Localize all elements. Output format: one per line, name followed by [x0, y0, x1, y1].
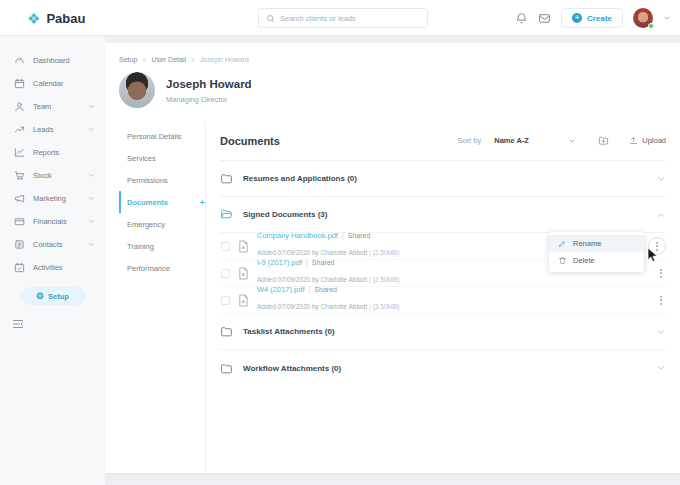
- calendar-icon: [14, 78, 25, 89]
- reports-icon: [14, 147, 25, 158]
- messages-envelope-icon[interactable]: [538, 12, 551, 25]
- chevron-down-icon: [88, 126, 95, 133]
- breadcrumb-setup[interactable]: Setup: [119, 56, 137, 63]
- subnav-label: Performance: [127, 264, 170, 273]
- folder-row-workflow[interactable]: Workflow Attachments (0): [220, 350, 666, 386]
- chevron-down-icon: [88, 172, 95, 179]
- upload-button[interactable]: Upload: [629, 136, 666, 145]
- menu-item-rename[interactable]: Rename: [549, 235, 644, 252]
- folder-row-resumes[interactable]: Resumes and Applications (0): [220, 161, 666, 197]
- file-checkbox[interactable]: [221, 296, 230, 305]
- chevron-down-icon: [88, 195, 95, 202]
- file-name-link[interactable]: Company Handbook.pdf: [257, 231, 338, 241]
- file-info: W4 (2017).pdf | Shared Added 07/09/2020 …: [257, 285, 399, 316]
- search-input[interactable]: [280, 14, 420, 23]
- file-actions-menu-button[interactable]: [656, 293, 666, 308]
- financials-icon: [14, 216, 25, 227]
- notifications-bell-icon[interactable]: [515, 12, 528, 25]
- sidebar-item-team[interactable]: Team: [0, 95, 105, 118]
- breadcrumb-user-detail[interactable]: User Detail: [151, 56, 186, 63]
- sidebar-item-activities[interactable]: Activities: [0, 256, 105, 279]
- stock-icon: [14, 170, 25, 181]
- employee-avatar: [119, 72, 155, 108]
- page-title: Documents: [220, 135, 280, 147]
- employee-name: Joseph Howard: [166, 78, 252, 90]
- sidebar-item-reports[interactable]: Reports: [0, 141, 105, 164]
- sidebar-item-leads[interactable]: Leads: [0, 118, 105, 141]
- file-actions-menu-button[interactable]: [656, 266, 666, 281]
- subnav-label: Services: [127, 154, 156, 163]
- file-checkbox[interactable]: [221, 269, 230, 278]
- sidebar-item-setup[interactable]: ⚙ Setup: [20, 287, 86, 305]
- sidebar-label: Stock: [33, 171, 80, 180]
- sidebar-item-financials[interactable]: Financials: [0, 210, 105, 233]
- brand: ❖ Pabau: [27, 0, 85, 36]
- subnav-emergency[interactable]: Emergency: [119, 213, 207, 235]
- profile-chevron-down-icon[interactable]: [663, 14, 671, 22]
- file-meta: Added 07/09/2020 by Charlotte Abbott | (…: [257, 249, 399, 256]
- sidebar-label: Dashboard: [33, 56, 95, 65]
- subnav-label: Personal Details: [127, 132, 182, 141]
- pdf-file-icon: [238, 240, 249, 253]
- sidebar-item-contacts[interactable]: Contacts: [0, 233, 105, 256]
- sidebar-item-stock[interactable]: Stock: [0, 164, 105, 187]
- sidebar-label: Contacts: [33, 240, 80, 249]
- subnav-performance[interactable]: Performance: [119, 257, 207, 279]
- subnav-label: Permissions: [127, 176, 168, 185]
- file-actions-menu-button-active[interactable]: [648, 237, 666, 255]
- global-search[interactable]: [258, 8, 428, 28]
- subnav-permissions[interactable]: Permissions: [119, 169, 207, 191]
- shared-badge: Shared: [348, 231, 371, 240]
- pdf-file-icon: [238, 294, 249, 307]
- separator: |: [306, 258, 308, 267]
- menu-item-delete[interactable]: Delete: [549, 252, 644, 269]
- pabau-logo-icon: ❖: [27, 11, 40, 26]
- subnav-label: Training: [127, 242, 154, 251]
- file-name-link[interactable]: I-9 (2017).pdf: [257, 258, 302, 268]
- subnav-label: Documents: [127, 198, 168, 207]
- subnav-personal-details[interactable]: Personal Details: [119, 125, 207, 147]
- activities-icon: [14, 262, 25, 273]
- subnav-services[interactable]: Services: [119, 147, 207, 169]
- breadcrumb-separator: >: [142, 56, 146, 63]
- chevron-down-icon[interactable]: [656, 327, 666, 337]
- file-checkbox[interactable]: [221, 242, 230, 251]
- file-row-w4: W4 (2017).pdf | Shared Added 07/09/2020 …: [220, 287, 666, 314]
- team-icon: [14, 101, 25, 112]
- folder-row-tasklist[interactable]: Tasklist Attachments (0): [220, 314, 666, 350]
- folder-icon: [220, 362, 233, 375]
- folder-icon: [220, 172, 233, 185]
- subnav-training[interactable]: Training: [119, 235, 207, 257]
- sort-dropdown[interactable]: Name A-Z: [494, 136, 576, 145]
- chevron-down-icon[interactable]: [656, 363, 666, 373]
- shared-badge: Shared: [312, 258, 335, 267]
- subnav-documents[interactable]: Documents +: [119, 191, 207, 213]
- file-info: I-9 (2017).pdf | Shared Added 07/09/2020…: [257, 258, 399, 289]
- setup-label: Setup: [48, 292, 69, 301]
- sidebar: Dashboard Calendar Team Leads Reports St…: [0, 36, 105, 485]
- chevron-down-icon: [568, 137, 576, 145]
- chevron-down-icon: [88, 218, 95, 225]
- collapse-sidebar-icon[interactable]: [12, 319, 24, 329]
- separator: |: [342, 231, 344, 240]
- new-folder-icon[interactable]: [598, 135, 609, 146]
- chevron-up-icon[interactable]: [656, 210, 666, 220]
- create-button-label: Create: [587, 14, 612, 23]
- user-avatar[interactable]: [633, 8, 653, 28]
- sidebar-label: Leads: [33, 125, 80, 134]
- folder-row-signed-documents[interactable]: Signed Documents (3): [220, 197, 666, 233]
- file-meta: Added 07/09/2020 by Charlotte Abbott | (…: [257, 276, 399, 283]
- topbar-actions: + Create: [515, 0, 671, 36]
- sidebar-item-dashboard[interactable]: Dashboard: [0, 49, 105, 72]
- upload-icon: [629, 136, 638, 145]
- sidebar-label: Reports: [33, 148, 95, 157]
- leads-icon: [14, 124, 25, 135]
- sidebar-item-marketing[interactable]: Marketing: [0, 187, 105, 210]
- folder-label: Signed Documents (3): [243, 210, 327, 219]
- chevron-down-icon[interactable]: [656, 174, 666, 184]
- create-button[interactable]: + Create: [561, 8, 623, 28]
- upload-label: Upload: [642, 136, 666, 145]
- sidebar-label: Financials: [33, 217, 80, 226]
- sidebar-item-calendar[interactable]: Calendar: [0, 72, 105, 95]
- file-name-link[interactable]: W4 (2017).pdf: [257, 285, 305, 295]
